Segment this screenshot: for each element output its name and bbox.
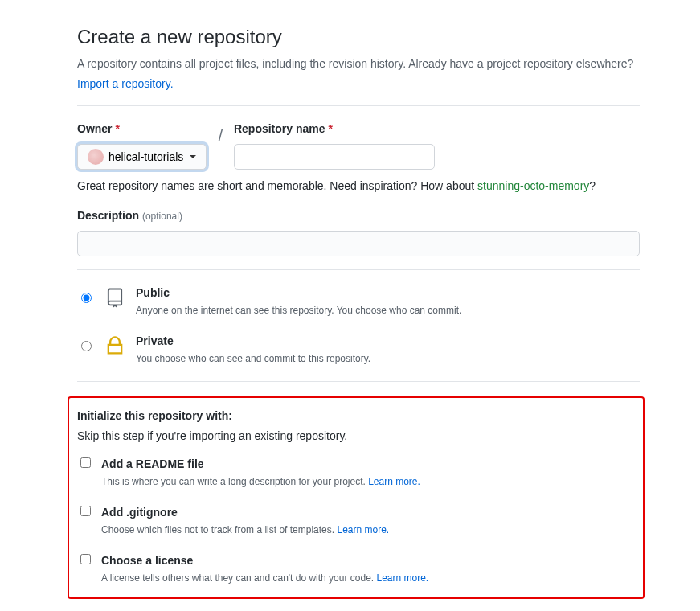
- name-suggestion-link[interactable]: stunning-octo-memory: [477, 179, 589, 192]
- subtitle-text: A repository contains all project files,…: [77, 57, 633, 70]
- add-gitignore-label: Add .gitignore: [101, 504, 389, 521]
- choose-license-label: Choose a license: [101, 552, 428, 569]
- add-gitignore-desc: Choose which files not to track from a l…: [101, 524, 389, 535]
- lock-icon: [104, 334, 126, 357]
- public-desc: Anyone on the internet can see this repo…: [136, 305, 461, 316]
- choose-license-checkbox[interactable]: [80, 554, 91, 564]
- import-repository-link[interactable]: Import a repository.: [77, 77, 174, 90]
- gitignore-learn-more-link[interactable]: Learn more.: [337, 524, 389, 535]
- page-subtitle: A repository contains all project files,…: [77, 55, 640, 72]
- private-radio[interactable]: [81, 341, 92, 351]
- private-desc: You choose who can see and commit to thi…: [136, 353, 370, 364]
- choose-license-desc: A license tells others what they can and…: [101, 572, 428, 584]
- public-radio[interactable]: [81, 293, 92, 303]
- owner-label: Owner *: [77, 121, 207, 137]
- initialize-section: Initialize this repository with: Skip th…: [68, 396, 645, 599]
- description-input[interactable]: [77, 231, 640, 256]
- readme-learn-more-link[interactable]: Learn more.: [368, 476, 420, 487]
- page-title: Create a new repository: [77, 23, 640, 51]
- name-hint-prefix: Great repository names are short and mem…: [77, 179, 477, 192]
- add-readme-checkbox[interactable]: [80, 457, 91, 468]
- add-gitignore-checkbox[interactable]: [80, 506, 91, 516]
- add-readme-label: Add a README file: [101, 456, 420, 473]
- owner-select-button[interactable]: helical-tutorials: [77, 144, 207, 170]
- chevron-down-icon: [190, 155, 196, 158]
- repo-name-label: Repository name *: [234, 121, 435, 137]
- owner-avatar: [88, 149, 104, 165]
- init-title: Initialize this repository with:: [77, 408, 635, 424]
- description-label: Description (optional): [77, 207, 182, 224]
- public-label: Public: [136, 285, 461, 301]
- init-subtitle: Skip this step if you're importing an ex…: [77, 428, 635, 445]
- name-hint-suffix: ?: [589, 179, 596, 192]
- repo-icon: [104, 286, 126, 309]
- path-separator: /: [218, 121, 223, 148]
- name-hint: Great repository names are short and mem…: [77, 178, 640, 195]
- divider: [77, 269, 640, 270]
- add-readme-desc: This is where you can write a long descr…: [101, 476, 420, 487]
- divider: [77, 105, 640, 106]
- private-label: Private: [136, 333, 370, 350]
- divider: [77, 381, 640, 382]
- repo-name-input[interactable]: [234, 144, 435, 170]
- license-learn-more-link[interactable]: Learn more.: [377, 572, 429, 584]
- owner-selected-name: helical-tutorials: [108, 150, 183, 163]
